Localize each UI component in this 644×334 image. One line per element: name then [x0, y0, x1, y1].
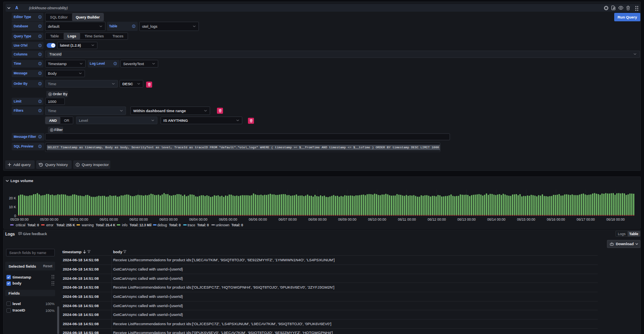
svg-text:20 K: 20 K [9, 196, 16, 200]
svg-text:06/15 00:00: 06/15 00:00 [517, 217, 535, 221]
svg-text:05/31 00:00: 05/31 00:00 [70, 217, 89, 221]
svg-text:06/17 00:00: 06/17 00:00 [576, 217, 595, 221]
svg-text:06/14 00:00: 06/14 00:00 [487, 217, 506, 221]
svg-text:06/18 00:00: 06/18 00:00 [607, 217, 625, 221]
svg-text:06/04 00:00: 06/04 00:00 [189, 217, 208, 221]
svg-text:06/02 00:00: 06/02 00:00 [130, 217, 148, 221]
svg-text:06/11 00:00: 06/11 00:00 [398, 217, 416, 221]
svg-text:10 K: 10 K [9, 205, 16, 209]
svg-text:06/13 00:00: 06/13 00:00 [457, 217, 476, 221]
svg-text:05/30 00:00: 05/30 00:00 [40, 217, 59, 221]
svg-text:06/09 00:00: 06/09 00:00 [338, 217, 357, 221]
svg-text:06/06 00:00: 06/06 00:00 [249, 217, 267, 221]
svg-text:06/08 00:00: 06/08 00:00 [308, 217, 327, 221]
svg-text:06/16 00:00: 06/16 00:00 [547, 217, 565, 221]
svg-text:06/05 00:00: 06/05 00:00 [219, 217, 237, 221]
svg-text:06/12 00:00: 06/12 00:00 [427, 217, 446, 221]
svg-text:06/10 00:00: 06/10 00:00 [368, 217, 386, 221]
svg-text:06/07 00:00: 06/07 00:00 [279, 217, 297, 221]
svg-text:05/29 00:00: 05/29 00:00 [10, 217, 29, 221]
svg-text:06/01 00:00: 06/01 00:00 [100, 217, 118, 221]
svg-text:06/03 00:00: 06/03 00:00 [159, 217, 178, 221]
